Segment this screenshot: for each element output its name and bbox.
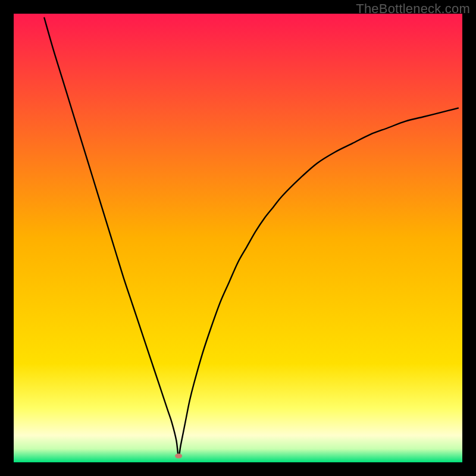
chart-background-gradient [14,14,462,462]
chart-container: TheBottleneck.com [0,0,476,476]
bottleneck-chart [0,0,476,476]
watermark-text: TheBottleneck.com [356,1,470,17]
optimal-point-marker [175,453,182,458]
